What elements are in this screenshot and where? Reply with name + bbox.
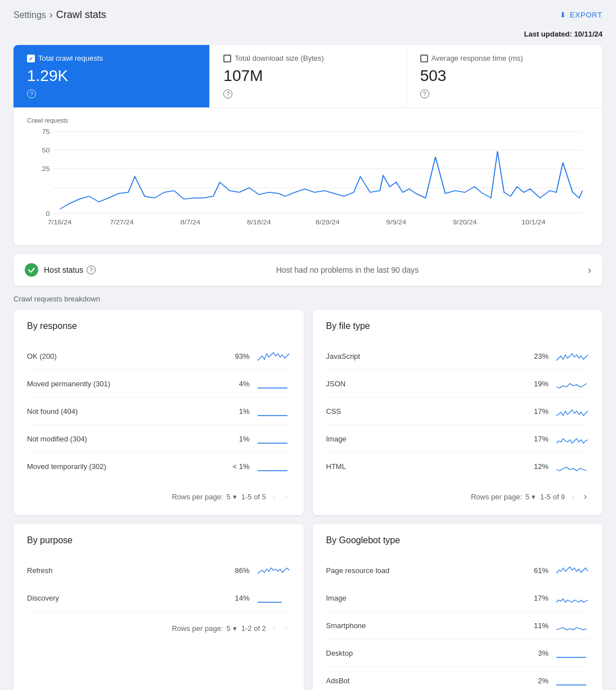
mini-chart-refresh bbox=[257, 563, 290, 577]
mini-chart-adsbot bbox=[555, 674, 589, 687]
table-row[interactable]: CSS 17% bbox=[326, 398, 590, 425]
dropdown-icon: ▾ bbox=[233, 493, 237, 501]
stat-label-total-crawl: ✓ Total crawl requests bbox=[27, 54, 196, 62]
prev-page-button[interactable]: ‹ bbox=[271, 489, 278, 504]
table-row[interactable]: JSON 19% bbox=[326, 370, 590, 398]
stat-label-download-size: Total download size (Bytes) bbox=[223, 54, 392, 62]
table-row[interactable]: Moved temporarily (302) < 1% bbox=[27, 453, 290, 480]
rows-per-page-select[interactable]: 5 ▾ bbox=[227, 493, 237, 501]
stat-value-response-time: 503 bbox=[420, 67, 589, 85]
mini-chart-desktop bbox=[555, 646, 589, 660]
by-file-type-card: By file type JavaScript 23% JSON 19% CSS… bbox=[313, 310, 603, 515]
chart-wrapper: 75 50 25 0 7/16/24 7/27/24 8/7/24 8/18/2… bbox=[27, 126, 589, 238]
host-status-help-icon[interactable]: ? bbox=[87, 265, 96, 274]
svg-text:9/9/24: 9/9/24 bbox=[386, 219, 407, 226]
table-row[interactable]: Smartphone 11% bbox=[326, 612, 590, 639]
mini-chart-page-resource bbox=[555, 563, 589, 577]
svg-text:8/7/24: 8/7/24 bbox=[181, 219, 201, 226]
table-row[interactable]: Moved permanently (301) 4% bbox=[27, 370, 290, 398]
mini-chart-304 bbox=[257, 432, 290, 445]
host-status-chevron: › bbox=[588, 264, 591, 276]
checkbox-total-crawl: ✓ bbox=[27, 55, 35, 62]
table-row[interactable]: OK (200) 93% bbox=[27, 342, 290, 370]
table-row[interactable]: Desktop 3% bbox=[326, 639, 590, 667]
next-page-button[interactable]: › bbox=[282, 489, 290, 504]
mini-chart-image-gb bbox=[555, 591, 589, 605]
prev-page-button-p[interactable]: ‹ bbox=[271, 621, 278, 635]
settings-link[interactable]: Settings bbox=[14, 10, 46, 20]
mini-chart-discovery bbox=[257, 591, 290, 605]
by-googlebot-card: By Googlebot type Page resource load 61%… bbox=[313, 524, 603, 690]
dropdown-icon: ▾ bbox=[233, 624, 237, 633]
dropdown-icon: ▾ bbox=[532, 493, 536, 501]
host-status-bar[interactable]: Host status ? Host had no problems in th… bbox=[14, 254, 602, 286]
by-response-pagination: Rows per page: 5 ▾ 1-5 of 5 ‹ › bbox=[27, 489, 290, 504]
stats-section: ✓ Total crawl requests 1.29K ? Total dow… bbox=[14, 45, 602, 245]
svg-text:7/27/24: 7/27/24 bbox=[110, 219, 134, 226]
rows-per-page-select-p[interactable]: 5 ▾ bbox=[227, 624, 237, 633]
breadcrumb: Settings › Crawl stats bbox=[14, 9, 106, 21]
next-page-button-ft[interactable]: › bbox=[582, 489, 589, 504]
table-row[interactable]: Not modified (304) 1% bbox=[27, 425, 290, 453]
mini-chart-html bbox=[555, 459, 589, 473]
by-file-type-pagination: Rows per page: 5 ▾ 1-5 of 9 ‹ › bbox=[326, 489, 590, 504]
stat-card-download-size[interactable]: Total download size (Bytes) 107M ? bbox=[210, 45, 406, 107]
prev-page-button-ft[interactable]: ‹ bbox=[569, 489, 577, 504]
stat-value-total-crawl: 1.29K bbox=[27, 67, 196, 85]
checkbox-download-size bbox=[223, 55, 231, 62]
page-range: 1-5 of 9 bbox=[540, 493, 565, 501]
next-page-button-p[interactable]: › bbox=[282, 621, 290, 635]
mini-chart-404 bbox=[257, 404, 290, 418]
breadcrumb-chevron: › bbox=[50, 9, 53, 21]
svg-text:50: 50 bbox=[42, 147, 50, 154]
mini-chart-css bbox=[555, 404, 589, 418]
mini-chart-json bbox=[555, 377, 589, 390]
breakdown-grid: By response OK (200) 93% Moved permanent… bbox=[14, 310, 602, 690]
table-row[interactable]: Image 17% bbox=[326, 584, 590, 612]
svg-text:0: 0 bbox=[46, 210, 51, 218]
table-row[interactable]: Not found (404) 1% bbox=[27, 398, 290, 425]
table-row[interactable]: Image 17% bbox=[326, 425, 590, 453]
chart-y-label: Crawl requests bbox=[27, 117, 589, 124]
last-updated: Last updated: 10/11/24 bbox=[0, 30, 616, 45]
checkbox-response-time bbox=[420, 55, 428, 62]
stat-card-total-crawl[interactable]: ✓ Total crawl requests 1.29K ? bbox=[14, 45, 210, 107]
table-row[interactable]: Refresh 86% bbox=[27, 557, 290, 584]
table-row[interactable]: HTML 12% bbox=[326, 453, 590, 480]
page-range: 1-5 of 5 bbox=[241, 493, 266, 501]
export-button[interactable]: ⬇ EXPORT bbox=[560, 11, 602, 19]
page-title: Crawl stats bbox=[56, 9, 106, 21]
table-row[interactable]: Page resource load 61% bbox=[326, 557, 590, 584]
table-row[interactable]: JavaScript 23% bbox=[326, 342, 590, 370]
export-icon: ⬇ bbox=[560, 11, 566, 19]
help-icon-response-time[interactable]: ? bbox=[420, 89, 429, 98]
mini-chart-image bbox=[555, 432, 589, 445]
mini-chart-ok bbox=[257, 349, 290, 363]
stat-card-response-time[interactable]: Average response time (ms) 503 ? bbox=[407, 45, 602, 107]
by-response-title: By response bbox=[27, 321, 290, 331]
svg-text:8/29/24: 8/29/24 bbox=[316, 219, 340, 226]
svg-text:25: 25 bbox=[42, 165, 50, 173]
main-content: ✓ Total crawl requests 1.29K ? Total dow… bbox=[0, 45, 616, 690]
stats-cards: ✓ Total crawl requests 1.29K ? Total dow… bbox=[14, 45, 602, 108]
by-purpose-title: By purpose bbox=[27, 535, 290, 545]
last-updated-date: 10/11/24 bbox=[574, 30, 602, 38]
stat-label-response-time: Average response time (ms) bbox=[420, 54, 589, 62]
table-row[interactable]: Discovery 14% bbox=[27, 584, 290, 612]
svg-text:75: 75 bbox=[42, 128, 50, 136]
svg-text:8/18/24: 8/18/24 bbox=[247, 219, 271, 226]
rows-per-page-select-ft[interactable]: 5 ▾ bbox=[525, 493, 536, 501]
by-response-card: By response OK (200) 93% Moved permanent… bbox=[14, 310, 304, 515]
help-icon-download-size[interactable]: ? bbox=[223, 89, 232, 98]
host-status-message: Host had no problems in the last 90 days bbox=[107, 265, 588, 274]
stat-value-download-size: 107M bbox=[223, 67, 392, 85]
mini-chart-301 bbox=[257, 377, 290, 390]
table-row[interactable]: AdsBot 2% bbox=[326, 667, 590, 690]
page-header: Settings › Crawl stats ⬇ EXPORT bbox=[0, 0, 616, 30]
svg-text:9/20/24: 9/20/24 bbox=[453, 219, 477, 226]
mini-chart-302 bbox=[257, 459, 290, 473]
export-label: EXPORT bbox=[570, 11, 602, 19]
help-icon-total-crawl[interactable]: ? bbox=[27, 89, 36, 98]
host-status-label: Host status ? bbox=[44, 265, 96, 274]
crawl-chart: 75 50 25 0 7/16/24 7/27/24 8/7/24 8/18/2… bbox=[27, 126, 589, 238]
